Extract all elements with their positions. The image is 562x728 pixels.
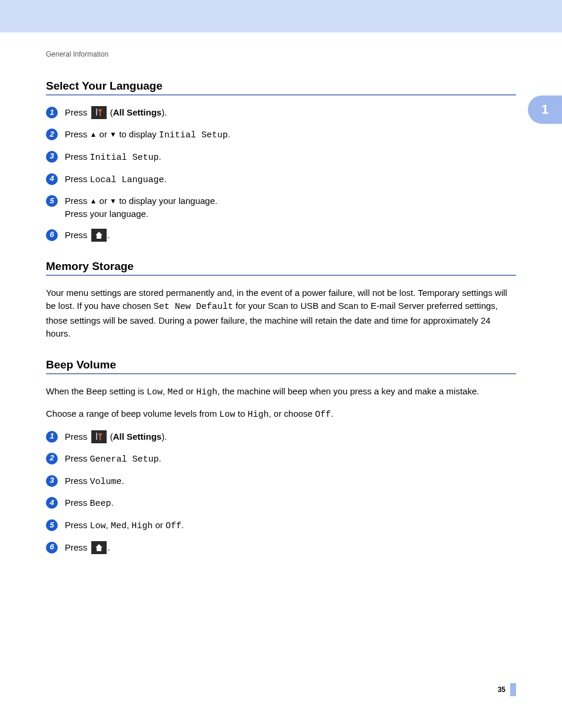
up-arrow-icon: ▲ xyxy=(90,197,97,205)
step-number: 3 xyxy=(46,475,58,487)
heading-select-language: Select Your Language xyxy=(46,80,516,95)
step-item: 1 Press (All Settings). xyxy=(46,106,516,120)
step-number: 4 xyxy=(46,173,58,185)
paragraph-beep-2: Choose a range of beep volume levels fro… xyxy=(46,407,516,422)
page-content: General Information Select Your Language… xyxy=(0,32,562,555)
page-footer: 35 xyxy=(498,683,516,696)
tools-icon xyxy=(91,430,107,443)
steps-select-language: 1 Press (All Settings). 2 Press ▲ or ▼ t… xyxy=(46,106,516,242)
step-item: 6 Press . xyxy=(46,229,516,242)
step-item: 3 Press Volume. xyxy=(46,475,516,489)
page-number: 35 xyxy=(498,686,505,694)
step-body: Press General Setup. xyxy=(65,452,516,466)
step-number: 6 xyxy=(46,229,58,241)
step-item: 5 Press Low, Med, High or Off. xyxy=(46,519,516,533)
step-body: Press Volume. xyxy=(65,475,516,489)
step-number: 5 xyxy=(46,519,58,531)
up-arrow-icon: ▲ xyxy=(90,130,97,139)
step-body: Press (All Settings). xyxy=(65,430,516,444)
paragraph-memory-storage: Your menu settings are stored permanentl… xyxy=(46,286,516,341)
step-item: 1 Press (All Settings). xyxy=(46,430,516,444)
step-number: 2 xyxy=(46,129,58,140)
home-icon xyxy=(91,541,107,554)
paragraph-beep-1: When the Beep setting is Low, Med or Hig… xyxy=(46,385,516,400)
tools-icon xyxy=(91,106,107,119)
svg-rect-0 xyxy=(96,108,97,116)
down-arrow-icon: ▼ xyxy=(110,130,117,139)
top-band xyxy=(0,0,562,32)
step-number: 6 xyxy=(46,542,58,554)
step-number: 1 xyxy=(46,107,58,118)
step-body: Press Low, Med, High or Off. xyxy=(65,519,516,533)
step-number: 3 xyxy=(46,151,58,163)
step-item: 5 Press ▲ or ▼ to display your language.… xyxy=(46,195,516,220)
footer-bar xyxy=(510,683,516,696)
step-number: 1 xyxy=(46,431,58,443)
step-item: 4 Press Beep. xyxy=(46,496,516,510)
step-body: Press Local Language. xyxy=(65,173,516,187)
step-number: 4 xyxy=(46,497,58,509)
step-number: 5 xyxy=(46,195,58,207)
chapter-tab: 1 xyxy=(528,95,562,124)
step-item: 2 Press General Setup. xyxy=(46,452,516,466)
heading-memory-storage: Memory Storage xyxy=(46,260,516,276)
step-body: Press (All Settings). xyxy=(65,106,516,120)
step-body: Press Beep. xyxy=(65,496,516,510)
step-body: Press ▲ or ▼ to display Initial Setup. xyxy=(65,128,516,142)
step-item: 6 Press . xyxy=(46,541,516,555)
chapter-tab-number: 1 xyxy=(541,102,548,117)
home-icon xyxy=(91,229,107,242)
step-body: Press . xyxy=(65,229,516,242)
step-body: Press . xyxy=(65,541,516,555)
step-body: Press ▲ or ▼ to display your language. P… xyxy=(65,195,516,220)
steps-beep-volume: 1 Press (All Settings). 2 Press General … xyxy=(46,430,516,555)
breadcrumb: General Information xyxy=(46,50,516,58)
step-item: 3 Press Initial Setup. xyxy=(46,150,516,164)
step-item: 4 Press Local Language. xyxy=(46,173,516,187)
heading-beep-volume: Beep Volume xyxy=(46,358,516,374)
step-number: 2 xyxy=(46,453,58,465)
down-arrow-icon: ▼ xyxy=(110,197,117,205)
step-item: 2 Press ▲ or ▼ to display Initial Setup. xyxy=(46,128,516,142)
svg-rect-1 xyxy=(96,433,97,440)
step-body: Press Initial Setup. xyxy=(65,150,516,164)
